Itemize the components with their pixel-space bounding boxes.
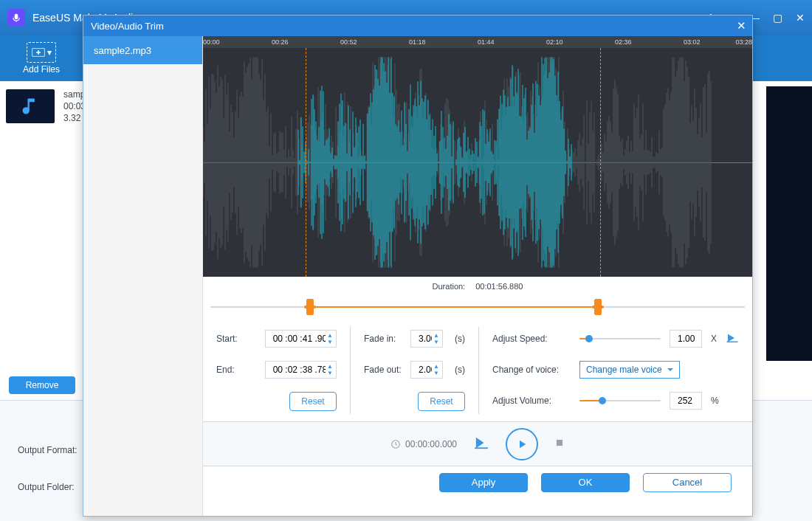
stop-button[interactable] [554,438,565,451]
app-logo-icon [7,9,25,27]
fade-out-input[interactable]: ▲▼ [410,361,443,379]
ok-button[interactable]: OK [541,473,630,492]
speed-value[interactable] [670,330,702,348]
fade-out-label: Fade out: [364,365,402,375]
dialog-close-icon[interactable]: ✕ [737,19,746,32]
end-label: End: [216,365,256,375]
svg-rect-2 [557,439,562,445]
selection-overlay[interactable] [306,48,601,277]
output-format-label: Output Format: [18,445,78,455]
spin-down-icon[interactable]: ▼ [327,339,333,345]
reset-start-end-button[interactable]: Reset [289,392,337,411]
add-files-button[interactable]: ▾ Add Files [0,35,83,81]
voice-select[interactable]: Change male voice [579,361,680,379]
playback-time: 00:00:00.000 [405,439,457,449]
file-thumb-icon [6,89,55,123]
start-input[interactable]: ▲▼ [265,330,337,348]
remove-button[interactable]: Remove [9,376,75,394]
apply-button[interactable]: Apply [439,473,528,492]
start-label: Start: [216,334,256,344]
reset-fade-button[interactable]: Reset [418,392,465,411]
play-button[interactable] [506,428,538,460]
waveform[interactable] [203,48,752,277]
dialog-title: Video/Audio Trim [91,21,164,32]
volume-label: Adjust Volume: [492,396,571,406]
fade-in-label: Fade in: [364,334,402,344]
duration-value: 00:01:56.880 [475,282,523,291]
preview-pane [766,86,812,361]
add-files-icon: ▾ [27,42,56,63]
cancel-button[interactable]: Cancel [643,473,732,492]
range-handle-start[interactable] [306,299,314,315]
speed-label: Adjust Speed: [492,334,571,344]
range-handle-end[interactable] [594,299,602,315]
window-maximize-icon[interactable]: ▢ [773,12,782,24]
export-icon[interactable] [473,436,489,452]
preview-play-icon[interactable] [726,333,739,345]
speed-slider[interactable] [579,334,661,344]
window-close-icon[interactable]: ✕ [796,12,805,24]
output-folder-label: Output Folder: [18,482,75,492]
duration-label: Duration: [433,282,466,291]
dialog-sidebar: sample2.mp3 [83,36,203,516]
sidebar-file-item[interactable]: sample2.mp3 [83,36,202,64]
timeline-ruler: 00:0000:2600:5201:1801:4402:1002:3603:02… [203,36,752,48]
playback-bar: 00:00:00.000 [203,421,752,466]
volume-value[interactable] [670,392,702,410]
range-slider[interactable] [210,296,745,318]
volume-slider[interactable] [579,396,661,406]
spin-up-icon[interactable]: ▲ [327,332,333,339]
trim-dialog: Video/Audio Trim ✕ sample2.mp3 00:0000:2… [83,15,753,517]
fade-in-input[interactable]: ▲▼ [410,330,443,348]
end-input[interactable]: ▲▼ [265,361,337,379]
dialog-titlebar[interactable]: Video/Audio Trim ✕ [83,15,752,36]
voice-label: Change of voice: [492,365,571,375]
clock-icon [390,439,401,449]
